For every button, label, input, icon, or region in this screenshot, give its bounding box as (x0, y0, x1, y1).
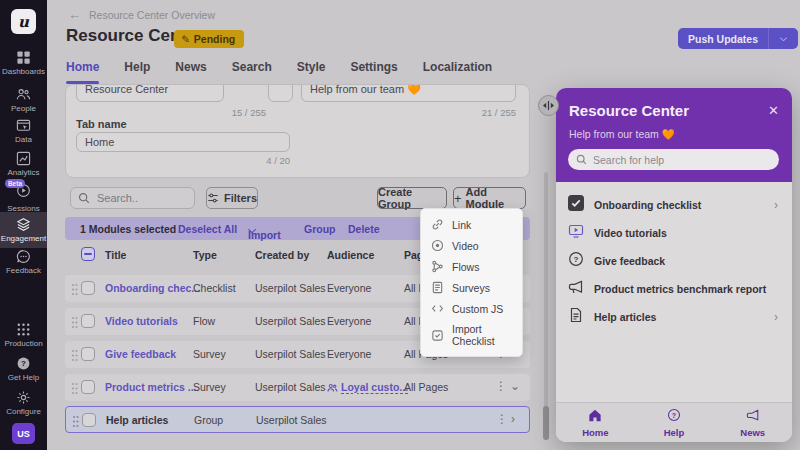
row-menu-icon[interactable]: ⋮ (495, 379, 507, 393)
preview-bottom-nav: Home ? Help News (556, 402, 792, 442)
tab-news[interactable]: News (175, 60, 206, 83)
module-search (70, 187, 195, 209)
tab-localization[interactable]: Localization (423, 60, 492, 83)
menu-item-video[interactable]: Video (421, 235, 522, 256)
emoji-picker-button[interactable] (268, 84, 293, 102)
tab-settings[interactable]: Settings (350, 60, 397, 83)
preview-item-product-metrics[interactable]: Product metrics benchmark report (556, 275, 792, 303)
audience-segment-link: Loyal custo... (341, 381, 408, 393)
app-window: u Dashboards People Data Analytics Beta … (0, 0, 800, 450)
help-icon: ? (667, 408, 681, 426)
sidebar-item-configure[interactable]: Configure (0, 390, 47, 416)
userpilot-logo[interactable]: u (11, 9, 36, 34)
create-group-button[interactable]: Create Group (377, 187, 447, 209)
settings-form-card: 15 / 255 21 / 255 Tab name 4 / 20 (65, 84, 530, 178)
svg-text:?: ? (672, 411, 676, 418)
rc-name-input[interactable] (76, 84, 224, 102)
preview-nav-news[interactable]: News (713, 403, 792, 442)
status-badge: ✎ Pending (174, 30, 244, 48)
engagement-icon (0, 217, 47, 232)
add-module-button[interactable]: + Add Module (453, 187, 526, 209)
preview-nav-home[interactable]: Home (556, 403, 635, 442)
row-checkbox[interactable] (81, 314, 95, 328)
tab-search[interactable]: Search (232, 60, 272, 83)
search-icon (576, 154, 587, 165)
move-horizontal-icon (542, 100, 555, 111)
chevron-right-icon[interactable]: › (511, 412, 515, 426)
row-checkbox[interactable] (81, 281, 95, 295)
back-arrow-icon[interactable]: ← (68, 7, 81, 22)
rc-subtitle-input[interactable] (301, 84, 516, 102)
table-row-selected[interactable]: Help articles Group Userpilot Sales ⋮ › (65, 406, 530, 433)
menu-item-custom-js[interactable]: Custom JS (421, 298, 522, 319)
sidebar-item-get-help[interactable]: ? Get Help (0, 356, 47, 382)
push-updates-caret[interactable]: ⌵ (768, 28, 798, 49)
tab-name-label: Tab name (76, 118, 127, 130)
tab-style[interactable]: Style (297, 60, 326, 83)
sidebar-item-data[interactable]: Data (0, 118, 47, 144)
sidebar-item-analytics[interactable]: Analytics (0, 151, 47, 177)
sidebar-item-people[interactable]: People (0, 87, 47, 113)
deselect-all-button[interactable]: Deselect All (178, 223, 237, 235)
get-help-icon: ? (0, 356, 47, 371)
scrollbar-track[interactable] (544, 172, 548, 430)
delete-button[interactable]: Delete (348, 223, 380, 235)
breadcrumb[interactable]: ← Resource Center Overview (68, 7, 215, 22)
menu-item-import-checklist[interactable]: Import Checklist (421, 319, 522, 351)
preview-module-list: Onboarding checklist › Video tutorials ?… (556, 191, 792, 331)
chevron-down-icon[interactable]: ⌄ (510, 379, 520, 393)
preview-search-input[interactable] (568, 149, 779, 170)
drag-handle-icon[interactable] (71, 348, 78, 366)
group-button[interactable]: Group (304, 223, 336, 235)
video-icon (431, 239, 444, 252)
sidebar-item-production[interactable]: Production (0, 322, 47, 348)
menu-item-flows[interactable]: Flows (421, 256, 522, 277)
close-icon[interactable]: ✕ (768, 103, 779, 118)
drag-handle-icon[interactable] (71, 282, 78, 300)
link-icon (431, 218, 444, 231)
drag-handle-icon[interactable] (71, 381, 78, 399)
drag-handle-icon[interactable] (71, 315, 78, 333)
sidebar-item-sessions[interactable]: Beta Sessions (0, 183, 47, 213)
audience-people-icon (327, 383, 338, 395)
preview-subtitle: Help from our team 🧡 (569, 128, 675, 141)
preview-drag-handle[interactable] (538, 95, 559, 116)
import-button[interactable]: Import ⌵ (248, 223, 256, 236)
preview-item-onboarding-checklist[interactable]: Onboarding checklist › (556, 191, 792, 219)
feedback-icon (0, 249, 47, 264)
preview-nav-help[interactable]: ? Help (635, 403, 714, 442)
sidebar-item-dashboards[interactable]: Dashboards (0, 50, 47, 76)
select-all-checkbox[interactable] (81, 247, 95, 261)
tab-bar: Home Help News Search Style Settings Loc… (66, 60, 492, 83)
import-checklist-icon (431, 329, 444, 342)
resource-center-preview: Resource Center ✕ Help from our team 🧡 O… (556, 88, 792, 442)
drag-handle-icon[interactable] (72, 414, 79, 432)
tab-name-char-counter: 4 / 20 (76, 155, 290, 166)
row-checkbox[interactable] (82, 413, 96, 427)
sidebar-item-feedback[interactable]: Feedback (0, 249, 47, 275)
col-audience: Audience (327, 249, 374, 261)
tab-home[interactable]: Home (66, 60, 99, 83)
col-title: Title (105, 249, 126, 261)
svg-text:?: ? (21, 359, 26, 368)
filters-button[interactable]: Filters (206, 187, 258, 209)
data-icon (0, 118, 47, 133)
document-icon (568, 307, 584, 327)
user-avatar[interactable]: US (12, 423, 35, 444)
menu-item-surveys[interactable]: Surveys (421, 277, 522, 298)
row-menu-icon[interactable]: ⋮ (496, 412, 508, 426)
sidebar-item-engagement[interactable]: Engagement (0, 212, 47, 248)
row-checkbox[interactable] (81, 347, 95, 361)
checklist-icon (568, 195, 584, 215)
preview-item-video-tutorials[interactable]: Video tutorials (556, 219, 792, 247)
push-updates-button[interactable]: Push Updates ⌵ (678, 28, 798, 49)
add-module-menu: Link Video Flows Surveys Custom JS Impor… (420, 208, 523, 357)
menu-item-link[interactable]: Link (421, 214, 522, 235)
tab-name-input[interactable] (76, 132, 290, 152)
table-row[interactable]: Product metrics ... Survey Userpilot Sal… (65, 374, 530, 401)
scrollbar-thumb[interactable] (543, 406, 549, 440)
preview-item-give-feedback[interactable]: ? Give feedback (556, 247, 792, 275)
row-checkbox[interactable] (81, 380, 95, 394)
preview-item-help-articles[interactable]: Help articles › (556, 303, 792, 331)
tab-help[interactable]: Help (124, 60, 150, 83)
